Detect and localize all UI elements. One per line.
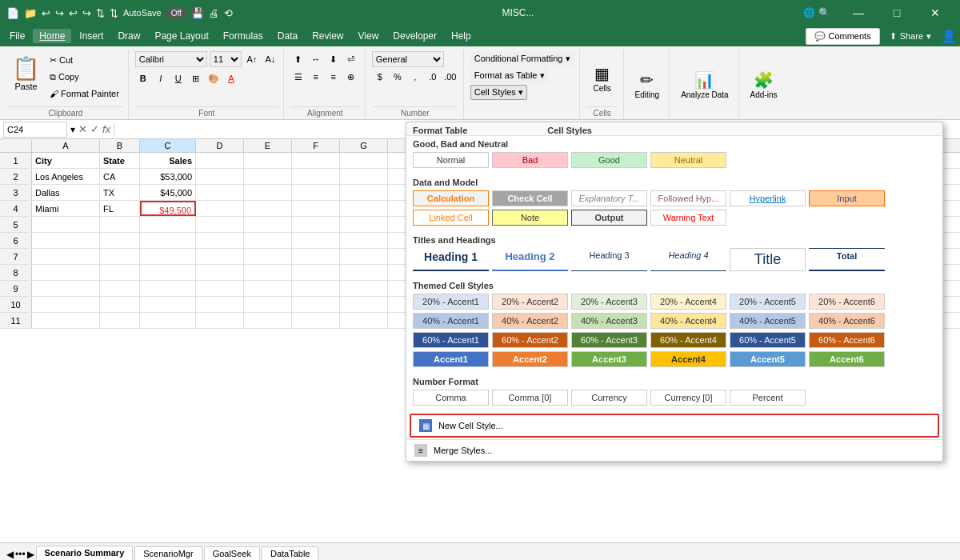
- style-output[interactable]: Output: [571, 210, 647, 226]
- close-button[interactable]: ✕: [917, 0, 954, 26]
- style-title[interactable]: Title: [730, 248, 806, 271]
- cell-g2[interactable]: [340, 169, 388, 184]
- style-comma-0[interactable]: Comma [0]: [492, 390, 568, 406]
- menu-formulas[interactable]: Formulas: [217, 29, 270, 43]
- save-icon[interactable]: 💾: [191, 7, 204, 19]
- cell-c1[interactable]: Sales: [140, 153, 196, 168]
- cell-e3[interactable]: [244, 185, 292, 200]
- cell-b5[interactable]: [100, 217, 140, 232]
- col-header-g[interactable]: G: [340, 139, 388, 152]
- style-heading1[interactable]: Heading 1: [413, 248, 489, 271]
- style-note[interactable]: Note: [492, 210, 568, 226]
- cell-a4[interactable]: Miami: [32, 201, 100, 216]
- menu-draw[interactable]: Draw: [111, 29, 146, 43]
- menu-review[interactable]: Review: [306, 29, 350, 43]
- paste-button[interactable]: 📋 Paste: [8, 51, 44, 95]
- fill-color-button[interactable]: 🎨: [206, 70, 222, 86]
- cell-f2[interactable]: [292, 169, 340, 184]
- cut-button[interactable]: ✂ Cut: [46, 53, 123, 68]
- style-accent4-40[interactable]: 40% - Accent4: [650, 313, 726, 329]
- sheet-tab-scenario-summary[interactable]: Scenario Summary: [36, 546, 134, 560]
- name-box[interactable]: [3, 122, 67, 138]
- cell-e4[interactable]: [244, 201, 292, 216]
- menu-page-layout[interactable]: Page Layout: [148, 29, 214, 43]
- cell-e1[interactable]: [244, 153, 292, 168]
- style-accent3-20[interactable]: 20% - Accent3: [571, 294, 647, 310]
- cell-g1[interactable]: [340, 153, 388, 168]
- col-header-e[interactable]: E: [244, 139, 292, 152]
- decrease-font-button[interactable]: A↓: [262, 51, 278, 67]
- font-family-select[interactable]: Calibri: [135, 51, 207, 67]
- menu-view[interactable]: View: [352, 29, 386, 43]
- style-accent2-20[interactable]: 20% - Accent2: [492, 294, 568, 310]
- profile-icon[interactable]: 👤: [941, 29, 957, 44]
- style-input[interactable]: Input: [809, 190, 885, 206]
- style-accent1-20[interactable]: 20% - Accent1: [413, 294, 489, 310]
- cells-button[interactable]: ▦ Cells: [586, 61, 618, 96]
- style-accent2-40[interactable]: 40% - Accent2: [492, 313, 568, 329]
- sort-asc-icon[interactable]: ⇅: [96, 7, 105, 19]
- minimize-button[interactable]: —: [840, 0, 877, 26]
- scroll-left-icon[interactable]: ◀: [6, 549, 14, 560]
- cell-c4[interactable]: $49,500: [140, 201, 196, 216]
- style-heading3[interactable]: Heading 3: [571, 248, 647, 271]
- style-hyperlink[interactable]: Hyperlink: [730, 190, 806, 206]
- style-accent3-40[interactable]: 40% - Accent3: [571, 313, 647, 329]
- menu-file[interactable]: File: [3, 29, 31, 43]
- redo-icon[interactable]: ↪: [55, 7, 64, 19]
- style-accent5-40[interactable]: 40% - Accent5: [730, 313, 806, 329]
- style-accent6-solid[interactable]: Accent6: [809, 351, 885, 367]
- menu-help[interactable]: Help: [445, 29, 478, 43]
- cell-d1[interactable]: [196, 153, 244, 168]
- style-accent5-solid[interactable]: Accent5: [730, 351, 806, 367]
- file-icon[interactable]: 📄: [6, 7, 19, 19]
- decrease-decimal-button[interactable]: .00: [442, 69, 458, 85]
- cell-e2[interactable]: [244, 169, 292, 184]
- formula-expand-icon[interactable]: ▾: [70, 124, 75, 135]
- style-accent5-20[interactable]: 20% - Accent5: [730, 294, 806, 310]
- addins-button[interactable]: 🧩 Add-ins: [746, 67, 782, 102]
- cell-a5[interactable]: [32, 217, 100, 232]
- col-header-c[interactable]: C: [140, 139, 196, 152]
- open-icon[interactable]: 📁: [24, 7, 37, 19]
- comments-button[interactable]: 💬 Comments: [806, 28, 879, 45]
- editing-button[interactable]: ✏ Editing: [630, 67, 665, 102]
- confirm-formula-icon[interactable]: ✓: [90, 123, 99, 135]
- col-header-f[interactable]: F: [292, 139, 340, 152]
- percent-button[interactable]: %: [390, 69, 406, 85]
- restore-button[interactable]: □: [878, 0, 915, 26]
- sheet-tab-scenariomgr[interactable]: ScenarioMgr: [134, 546, 202, 560]
- share-button[interactable]: ⬆ Share ▾: [882, 29, 939, 44]
- cell-d4[interactable]: [196, 201, 244, 216]
- align-center-button[interactable]: ≡: [308, 69, 324, 85]
- cell-a3[interactable]: Dallas: [32, 185, 100, 200]
- style-heading4[interactable]: Heading 4: [650, 248, 726, 271]
- align-right-button[interactable]: ≡: [326, 69, 342, 85]
- col-header-a[interactable]: A: [32, 139, 100, 152]
- cell-b2[interactable]: CA: [100, 169, 140, 184]
- style-heading2[interactable]: Heading 2: [492, 248, 568, 271]
- new-cell-style-action[interactable]: ▦ New Cell Style...: [410, 414, 939, 438]
- format-as-table-button[interactable]: Format as Table ▾: [470, 68, 549, 83]
- menu-home[interactable]: Home: [33, 29, 71, 43]
- style-warning-text[interactable]: Warning Text: [650, 210, 726, 226]
- style-accent5-60[interactable]: 60% - Accent5: [730, 332, 806, 348]
- style-accent4-solid[interactable]: Accent4: [650, 351, 726, 367]
- sheet-tab-goalseek[interactable]: GoalSeek: [204, 546, 260, 560]
- align-middle-button[interactable]: ↔: [308, 51, 324, 67]
- menu-developer[interactable]: Developer: [386, 29, 443, 43]
- border-button[interactable]: ⊞: [188, 70, 204, 86]
- scroll-right-icon[interactable]: ▶: [27, 549, 34, 560]
- style-total[interactable]: Total: [809, 248, 885, 271]
- number-format-select[interactable]: General: [372, 51, 444, 67]
- cancel-formula-icon[interactable]: ✕: [78, 123, 87, 135]
- cell-b1[interactable]: State: [100, 153, 140, 168]
- col-header-b[interactable]: B: [100, 139, 140, 152]
- style-neutral[interactable]: Neutral: [650, 152, 726, 168]
- style-accent3-60[interactable]: 60% - Accent3: [571, 332, 647, 348]
- wrap-text-button[interactable]: ⏎: [343, 51, 359, 67]
- currency-button[interactable]: $: [372, 69, 388, 85]
- style-check-cell[interactable]: Check Cell: [492, 190, 568, 206]
- redo2-icon[interactable]: ↪: [82, 7, 91, 19]
- style-accent4-60[interactable]: 60% - Accent4: [650, 332, 726, 348]
